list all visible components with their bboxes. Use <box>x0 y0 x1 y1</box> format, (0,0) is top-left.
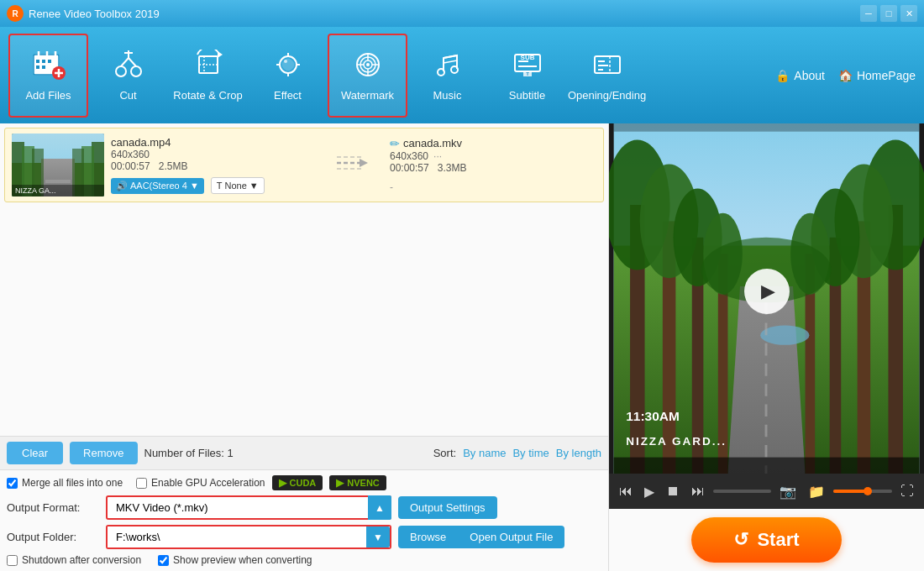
clear-button[interactable]: Clear <box>7 442 63 464</box>
open-output-button[interactable]: Open Output File <box>458 526 564 548</box>
home-icon: 🏠 <box>838 69 853 82</box>
format-select[interactable]: MKV Video (*.mkv) <box>106 495 391 520</box>
shutdown-label[interactable]: Shutdown after conversion <box>7 554 141 566</box>
toolbar-opening-ending[interactable]: Opening/Ending <box>567 34 647 118</box>
toolbar: Add Files Cut Rotate & Crop <box>0 27 924 123</box>
svg-point-86 <box>760 326 809 345</box>
skip-back-button[interactable]: ⏮ <box>616 482 636 500</box>
remove-button[interactable]: Remove <box>70 442 137 464</box>
svg-rect-5 <box>36 60 39 63</box>
subtitle-btn-icon: T <box>217 181 223 191</box>
about-label: About <box>794 69 825 82</box>
fullscreen-button[interactable]: ⛶ <box>897 482 917 500</box>
merge-gpu-row: Merge all files into one Enable GPU Acce… <box>7 475 601 490</box>
thumb-label: NIZZA GA... <box>12 185 104 196</box>
music-label: Music <box>433 89 462 102</box>
svg-marker-63 <box>360 159 368 167</box>
svg-point-37 <box>438 69 444 76</box>
cut-label: Cut <box>119 89 136 102</box>
homepage-button[interactable]: 🏠 HomePage <box>838 69 916 82</box>
format-row: Output Format: MKV Video (*.mkv) ▲ Outpu… <box>7 495 601 520</box>
bottom-controls: Clear Remove Number of Files: 1 Sort: By… <box>0 436 608 469</box>
opening-ending-icon <box>591 50 623 84</box>
volume-slider[interactable] <box>833 490 892 493</box>
opening-ending-label: Opening/Ending <box>568 89 646 102</box>
play-pause-button[interactable]: ▶ <box>641 482 658 501</box>
svg-line-16 <box>129 58 136 66</box>
svg-rect-90 <box>614 123 920 132</box>
merge-checkbox-label[interactable]: Merge all files into one <box>7 477 123 489</box>
play-button[interactable]: ▶ <box>744 269 790 314</box>
output-dims-row: 640x360 ··· <box>390 150 596 162</box>
start-button[interactable]: ↺ Start <box>691 517 841 563</box>
toolbar-subtitle[interactable]: SUB T Subtitle <box>487 34 567 118</box>
watermark-label: Watermark <box>341 89 394 102</box>
merge-checkbox[interactable] <box>7 478 18 489</box>
folder-button[interactable]: 📁 <box>805 482 828 501</box>
nvenc-badge: ▶ NVENC <box>329 475 386 490</box>
toolbar-effect[interactable]: Effect <box>248 34 328 118</box>
input-dims: 640x360 <box>111 149 318 160</box>
sort-by-time[interactable]: By time <box>512 447 549 459</box>
folder-row: Output Folder: ▼ Browse Open Output File <box>7 525 601 549</box>
folder-input[interactable] <box>108 526 390 547</box>
start-icon: ↺ <box>733 529 748 551</box>
toolbar-rotate-crop[interactable]: Rotate & Crop <box>168 34 248 118</box>
folder-label: Output Folder: <box>7 531 99 543</box>
svg-line-39 <box>444 55 457 58</box>
edit-icon[interactable]: ✏ <box>390 137 400 150</box>
file-output-info: ✏ canada.mkv 640x360 ··· 00:00:57 3.3MB … <box>390 137 596 194</box>
svg-marker-20 <box>218 51 223 58</box>
audio-subtitle-controls: 🔊 AAC(Stereo 4 ▼ T None ▼ <box>111 177 318 194</box>
gpu-checkbox[interactable] <box>136 478 147 489</box>
sort-links: By name By time By length <box>463 447 601 459</box>
audio-select-button[interactable]: 🔊 AAC(Stereo 4 ▼ <box>111 178 204 194</box>
add-files-label: Add Files <box>25 89 71 102</box>
svg-text:SUB: SUB <box>520 54 534 61</box>
browse-button[interactable]: Browse <box>398 526 458 548</box>
skip-forward-button[interactable]: ⏭ <box>688 482 708 500</box>
output-filename: canada.mkv <box>403 137 462 149</box>
start-label: Start <box>757 529 799 551</box>
maximize-button[interactable]: □ <box>880 5 897 22</box>
svg-text:T: T <box>526 71 529 76</box>
svg-point-32 <box>366 63 370 66</box>
nvidia-icon-2: ▶ <box>336 477 344 489</box>
output-settings-button[interactable]: Output Settings <box>398 496 497 519</box>
play-icon: ▶ <box>761 280 775 302</box>
progress-bar[interactable] <box>713 490 771 493</box>
close-button[interactable]: ✕ <box>900 5 917 22</box>
cuda-badge: ▶ CUDA <box>272 475 323 490</box>
output-duration-size: 00:00:57 3.3MB <box>390 162 596 174</box>
watermark-icon <box>352 50 384 84</box>
cut-icon <box>113 50 144 84</box>
gpu-checkbox-label[interactable]: Enable GPU Acceleration <box>136 477 265 489</box>
toolbar-watermark[interactable]: Watermark <box>328 34 407 118</box>
svg-line-15 <box>121 58 129 66</box>
svg-rect-9 <box>42 65 45 69</box>
window-controls[interactable]: ─ □ ✕ <box>860 5 917 22</box>
main-area: NIZZA GA... canada.mp4 640x360 00:00:57 … <box>0 123 924 571</box>
sort-by-name[interactable]: By name <box>463 447 506 459</box>
audio-dropdown-arrow: ▼ <box>190 181 199 191</box>
show-preview-checkbox[interactable] <box>158 555 169 566</box>
svg-text:11:30AM: 11:30AM <box>626 409 680 423</box>
svg-point-13 <box>116 66 126 76</box>
stop-button[interactable]: ⏹ <box>663 482 683 500</box>
toolbar-cut[interactable]: Cut <box>88 34 168 118</box>
input-filename: canada.mp4 <box>111 136 318 149</box>
effect-icon <box>272 50 304 84</box>
format-select-wrap: MKV Video (*.mkv) ▲ <box>106 495 391 520</box>
show-preview-label[interactable]: Show preview when converting <box>158 554 312 566</box>
toolbar-music[interactable]: Music <box>407 34 487 118</box>
svg-rect-91 <box>614 458 920 474</box>
start-section: ↺ Start <box>609 509 924 571</box>
camera-button[interactable]: 📷 <box>776 482 800 501</box>
shutdown-checkbox[interactable] <box>7 555 18 566</box>
subtitle-select-button[interactable]: T None ▼ <box>211 177 265 194</box>
sort-by-length[interactable]: By length <box>556 447 601 459</box>
toolbar-add-files[interactable]: Add Files <box>8 34 88 118</box>
right-panel: 11:30AM NIZZA GARD... ▶ ⏮ ▶ ⏹ ⏭ 📷 📁 <box>609 123 924 571</box>
minimize-button[interactable]: ─ <box>860 5 877 22</box>
about-button[interactable]: 🔒 About <box>775 69 825 82</box>
